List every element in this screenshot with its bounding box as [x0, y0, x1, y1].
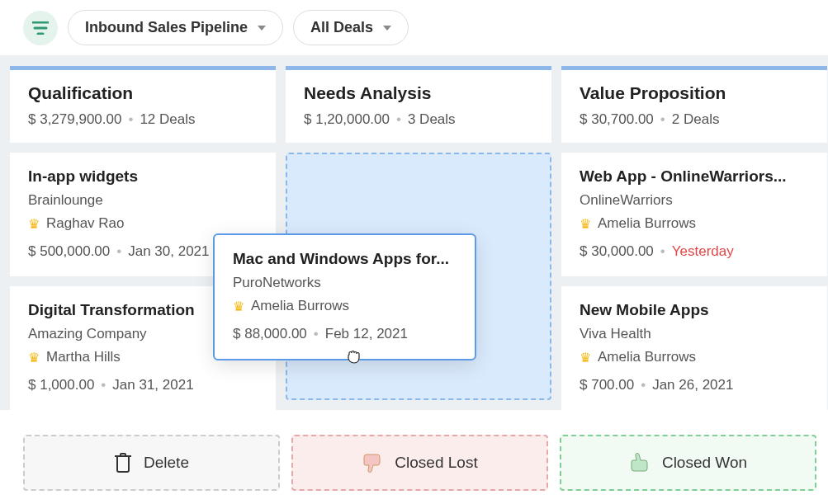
deal-title: Mac and Windows Apps for... — [233, 250, 457, 268]
closed-lost-zone[interactable]: Closed Lost — [291, 435, 548, 491]
deal-date: Jan 30, 2021 — [128, 243, 209, 260]
crown-icon: ♛ — [580, 216, 591, 232]
thumbs-up-icon — [629, 452, 651, 473]
separator-dot: • — [660, 243, 665, 260]
column-deals: 2 Deals — [672, 111, 720, 128]
deal-date: Jan 31, 2021 — [112, 377, 193, 393]
deal-date: Yesterday — [672, 243, 734, 260]
delete-zone[interactable]: Delete — [23, 435, 280, 491]
closed-lost-label: Closed Lost — [395, 454, 477, 472]
deal-owner: ♛ Amelia Burrows — [580, 349, 809, 365]
filter-dropdown[interactable]: All Deals — [293, 10, 409, 45]
column-header[interactable]: Value Proposition $ 30,700.00 • 2 Deals — [561, 66, 827, 143]
pipeline-dropdown[interactable]: Inbound Sales Pipeline — [68, 10, 283, 45]
deal-amount: $ 30,000.00 — [580, 243, 654, 260]
column-meta: $ 1,20,000.00 • 3 Deals — [304, 111, 533, 128]
chevron-down-icon — [383, 26, 391, 31]
deal-footer: $ 30,000.00 • Yesterday — [580, 243, 809, 260]
deal-card[interactable]: New Mobile Apps Viva Health ♛ Amelia Bur… — [561, 286, 827, 410]
column-title: Needs Analysis — [304, 83, 533, 103]
owner-name: Martha Hills — [46, 349, 121, 365]
deal-card[interactable]: Web App - OnlineWarriors... OnlineWarrio… — [561, 153, 827, 276]
owner-name: Amelia Burrows — [598, 349, 696, 365]
delete-label: Delete — [144, 454, 189, 472]
thumbs-down-icon — [362, 452, 383, 473]
separator-dot: • — [101, 377, 106, 393]
deal-company: Brainlounge — [28, 192, 258, 209]
closed-won-label: Closed Won — [662, 454, 747, 472]
deal-owner: ♛ Amelia Burrows — [580, 215, 809, 232]
separator-dot: • — [314, 326, 319, 342]
drop-actions: Delete Closed Lost Closed Won — [23, 435, 816, 491]
deal-date: Feb 12, 2021 — [325, 326, 408, 342]
deal-amount: $ 1,000.00 — [28, 377, 94, 393]
deal-title: New Mobile Apps — [580, 301, 809, 319]
chevron-down-icon — [258, 26, 266, 31]
separator-dot: • — [396, 111, 401, 128]
deal-amount: $ 500,000.00 — [28, 243, 110, 260]
deal-company: OnlineWarriors — [580, 192, 809, 209]
column-amount: $ 3,279,900.00 — [28, 111, 121, 128]
filter-label: All Deals — [310, 19, 373, 36]
deal-owner: ♛ Raghav Rao — [28, 215, 258, 232]
deal-footer: $ 700.00 • Jan 26, 2021 — [580, 377, 809, 393]
owner-name: Amelia Burrows — [251, 298, 349, 314]
trash-icon — [114, 452, 132, 473]
column-deals: 12 Deals — [140, 111, 195, 128]
owner-name: Raghav Rao — [46, 215, 125, 232]
crown-icon: ♛ — [233, 299, 244, 314]
deal-company: PuroNetworks — [233, 275, 457, 291]
column-header[interactable]: Qualification $ 3,279,900.00 • 12 Deals — [10, 66, 276, 143]
column-amount: $ 1,20,000.00 — [304, 111, 390, 128]
grab-cursor-icon — [345, 346, 363, 369]
column-meta: $ 30,700.00 • 2 Deals — [580, 111, 809, 128]
separator-dot: • — [116, 243, 121, 260]
separator-dot: • — [128, 111, 133, 128]
deal-company: Viva Health — [580, 326, 809, 342]
owner-name: Amelia Burrows — [598, 215, 696, 232]
pipeline-label: Inbound Sales Pipeline — [85, 19, 248, 36]
deal-amount: $ 88,000.00 — [233, 326, 307, 342]
column-deals: 3 Deals — [408, 111, 456, 128]
crown-icon: ♛ — [580, 350, 591, 365]
column-header[interactable]: Needs Analysis $ 1,20,000.00 • 3 Deals — [286, 66, 551, 143]
deal-owner: ♛ Amelia Burrows — [233, 298, 457, 314]
closed-won-zone[interactable]: Closed Won — [560, 435, 816, 491]
filter-icon — [32, 21, 49, 35]
column-title: Qualification — [28, 83, 258, 103]
filter-button[interactable] — [23, 11, 58, 45]
column-amount: $ 30,700.00 — [580, 111, 654, 128]
crown-icon: ♛ — [28, 216, 40, 232]
separator-dot: • — [641, 377, 646, 393]
deal-title: In-app widgets — [28, 167, 258, 186]
column-value-proposition: Value Proposition $ 30,700.00 • 2 Deals … — [561, 66, 827, 410]
top-bar: Inbound Sales Pipeline All Deals — [0, 0, 828, 56]
dragging-deal-card[interactable]: Mac and Windows Apps for... PuroNetworks… — [213, 233, 476, 360]
column-title: Value Proposition — [580, 83, 809, 103]
deal-date: Jan 26, 2021 — [652, 377, 733, 393]
deal-footer: $ 88,000.00 • Feb 12, 2021 — [233, 326, 457, 342]
deal-amount: $ 700.00 — [580, 377, 634, 393]
deal-footer: $ 1,000.00 • Jan 31, 2021 — [28, 377, 258, 393]
column-meta: $ 3,279,900.00 • 12 Deals — [28, 111, 258, 128]
deal-title: Web App - OnlineWarriors... — [580, 167, 809, 186]
crown-icon: ♛ — [28, 350, 40, 365]
separator-dot: • — [660, 111, 665, 128]
